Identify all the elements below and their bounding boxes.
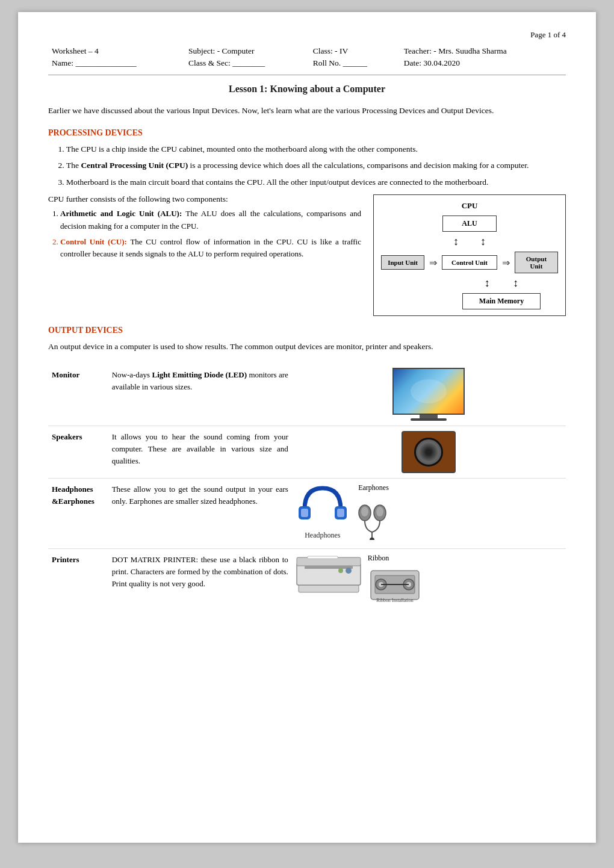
- roll-no-field: Roll No. ______: [311, 58, 400, 69]
- alu-item: Arithmetic and Logic Unit (ALU): The ALU…: [60, 208, 361, 232]
- page: Page 1 of 4 Worksheet – 4 Subject: - Com…: [18, 12, 596, 843]
- svg-text:Ribbon Installation: Ribbon Installation: [376, 598, 414, 603]
- cpu-list: Arithmetic and Logic Unit (ALU): The ALU…: [60, 208, 361, 260]
- alu-row: ALU: [381, 215, 558, 232]
- ribbon-svg: Ribbon Installation: [368, 565, 422, 606]
- svg-point-7: [376, 507, 383, 516]
- monitor-glare: [411, 379, 447, 403]
- cpu-intro: CPU further consists of the following tw…: [48, 194, 361, 204]
- printers-desc: DOT MATRIX PRINTER: these use a black ri…: [108, 548, 292, 614]
- svg-rect-16: [308, 556, 338, 559]
- speaker-box: [402, 431, 456, 473]
- headphones-img-cell: Headphones Earphones: [292, 478, 566, 548]
- speakers-name: Speakers: [48, 426, 108, 478]
- date-field: Date: 30.04.2020: [402, 58, 565, 69]
- svg-point-14: [346, 568, 352, 574]
- intro-text: Earlier we have discussed about the vari…: [48, 104, 566, 117]
- headphones-desc: These allow you to get the sound output …: [108, 478, 292, 548]
- speakers-row: Speakers It allows you to hear the sound…: [48, 426, 566, 478]
- monitor-desc: Now-a-days Light Emitting Diode (LED) mo…: [108, 364, 292, 426]
- list-item: The CPU is a chip inside the CPU cabinet…: [66, 143, 566, 156]
- input-unit-box: Input Unit: [381, 255, 424, 270]
- monitor-screen: [392, 368, 465, 415]
- alu-box: ALU: [442, 215, 497, 232]
- lesson-title: Lesson 1: Knowing about a Computer: [48, 84, 566, 95]
- list-item: Motherboard is the main circuit board th…: [66, 176, 566, 189]
- cpu-text: CPU further consists of the following tw…: [48, 194, 361, 316]
- monitor-illustration: [392, 368, 465, 421]
- headphones-row: Headphones&Earphones These allow you to …: [48, 478, 566, 548]
- worksheet-label: Worksheet – 4: [49, 46, 185, 57]
- middle-row: Input Unit ⇒ Control Unit ⇒ Output Unit: [381, 252, 558, 273]
- page-number: Page 1 of 4: [48, 30, 566, 40]
- cpu-diagram: CPU ALU ↕ ↕: [373, 194, 566, 316]
- svg-point-9: [370, 538, 374, 540]
- earphones-label: Earphones: [356, 482, 389, 494]
- class-label: Class: - IV: [311, 46, 400, 57]
- output-table: Monitor Now-a-days Light Emitting Diode …: [48, 364, 566, 614]
- cpu-diagram-title: CPU: [381, 201, 558, 211]
- printers-name: Printers: [48, 548, 108, 614]
- alu-arrows: ↕ ↕: [381, 235, 558, 248]
- svg-rect-3: [337, 509, 344, 517]
- speakers-desc: It allows you to hear the sound coming f…: [108, 426, 292, 478]
- arrow-down-cu-left: ↕: [485, 277, 490, 290]
- output-devices-title: OUTPUT DEVICES: [48, 326, 566, 335]
- printer-svg: [296, 553, 362, 596]
- output-section: OUTPUT DEVICES An output device in a com…: [48, 326, 566, 614]
- speaker-illustration: [402, 431, 456, 473]
- cu-item: Control Unit (CU): The CU control flow o…: [60, 236, 361, 260]
- svg-rect-13: [305, 566, 353, 569]
- printer-illustration: [296, 553, 362, 600]
- arrow-down-right: ↕: [480, 235, 486, 248]
- monitor-img-cell: [292, 364, 566, 426]
- cu-arrows: ↕ ↕: [381, 277, 558, 290]
- output-unit-box: Output Unit: [515, 252, 558, 273]
- subject-label: Subject: - Computer: [186, 46, 309, 57]
- earphones-svg: [356, 495, 389, 540]
- printers-imgs-group: Ribbon: [296, 553, 562, 610]
- processing-list: The CPU is a chip inside the CPU cabinet…: [66, 143, 566, 189]
- printers-row: Printers DOT MATRIX PRINTER: these use a…: [48, 548, 566, 614]
- processing-devices-title: PROCESSING DEVICES: [48, 128, 566, 138]
- arrow-right-out: ⇒: [502, 257, 510, 268]
- earphones-img-group: Earphones: [356, 482, 389, 544]
- printers-img-cell: Ribbon: [292, 548, 566, 614]
- arrow-down-cu-right: ↕: [513, 277, 518, 290]
- header-divider: [48, 75, 566, 75]
- arrow-down-left: ↕: [453, 235, 459, 248]
- ribbon-img-group: Ribbon: [368, 553, 422, 610]
- speaker-cone: [414, 438, 443, 467]
- memory-row: Main Memory: [381, 293, 558, 309]
- monitor-name: Monitor: [48, 364, 108, 426]
- headphones-caption: Headphones: [296, 530, 350, 541]
- svg-rect-2: [301, 509, 308, 517]
- class-sec-field: Class & Sec: ________: [186, 58, 309, 69]
- cpu-section: CPU further consists of the following tw…: [48, 194, 566, 316]
- teacher-label: Teacher: - Mrs. Suudha Sharma: [402, 46, 565, 57]
- svg-point-15: [338, 568, 343, 573]
- monitor-row: Monitor Now-a-days Light Emitting Diode …: [48, 364, 566, 426]
- diagram-inner: ALU ↕ ↕ Input Unit ⇒ Control Unit: [381, 215, 558, 309]
- ribbon-label: Ribbon: [368, 553, 422, 564]
- headphones-svg: [296, 482, 350, 524]
- arrow-right-in: ⇒: [429, 257, 437, 268]
- svg-point-5: [361, 507, 368, 516]
- speakers-img-cell: [292, 426, 566, 478]
- headphones-img-group: Headphones: [296, 482, 350, 541]
- monitor-base: [411, 418, 447, 421]
- headphones-earphones-group: Headphones Earphones: [296, 482, 562, 544]
- name-field: Name: _______________: [49, 58, 185, 69]
- header-table: Worksheet – 4 Subject: - Computer Class:…: [48, 45, 566, 70]
- control-unit-box: Control Unit: [442, 255, 497, 270]
- output-intro: An output device in a computer is used t…: [48, 340, 566, 353]
- headphones-name: Headphones&Earphones: [48, 478, 108, 548]
- list-item: The Central Processing Unit (CPU) is a p…: [66, 159, 566, 172]
- memory-box: Main Memory: [462, 293, 541, 309]
